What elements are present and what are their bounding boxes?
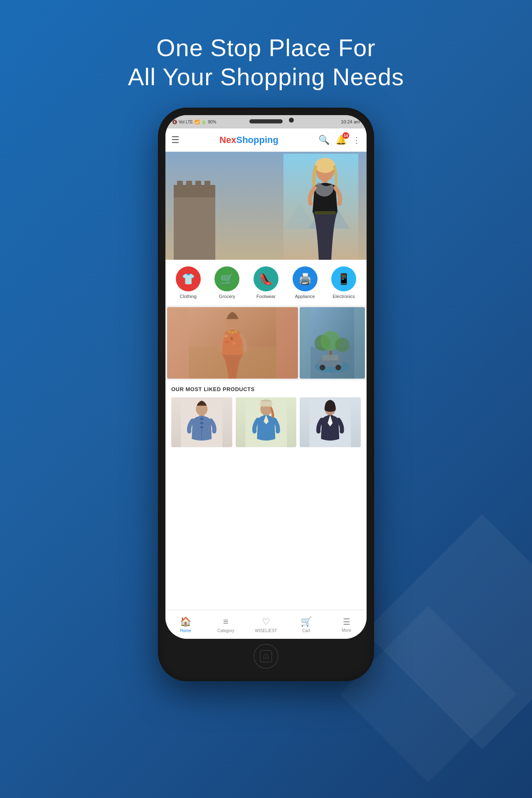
promo-right-image (300, 307, 365, 379)
nav-home[interactable]: 🏠 Home (165, 616, 206, 633)
status-left: 🔇 Vol LTE 📶 🔋 90% (172, 120, 216, 124)
category-electronics[interactable]: 📱 Electronics (331, 266, 356, 299)
svg-point-4 (315, 158, 335, 173)
promo-banner-right[interactable] (300, 307, 365, 379)
tagline: One Stop Place For All Your Shopping Nee… (128, 33, 404, 91)
hamburger-menu-icon[interactable]: ☰ (171, 135, 180, 145)
electronics-icon: 📱 (337, 273, 350, 286)
phone-home-button[interactable] (254, 644, 278, 669)
phone-frame: 🔇 Vol LTE 📶 🔋 90% 10:24 am ☰ NexShopping… (158, 108, 374, 681)
products-section: OUR MOST LIKED PRODUCTS (165, 380, 367, 610)
home-button-inner (260, 650, 272, 663)
svg-rect-6 (315, 211, 335, 214)
logo-nex: Nex (219, 135, 236, 145)
grocery-label: Grocery (219, 294, 235, 299)
product-card-2[interactable] (236, 397, 297, 447)
notification-bell-wrapper[interactable]: 🔔 14 (335, 135, 347, 145)
clothing-icon-bg: 👕 (176, 266, 201, 291)
promo-banner-left[interactable] (167, 307, 298, 379)
svg-rect-40 (260, 401, 272, 406)
footwear-label: Footwear (256, 294, 276, 299)
clothing-icon: 👕 (182, 273, 195, 286)
products-grid (171, 397, 361, 447)
search-icon[interactable]: 🔍 (318, 135, 330, 145)
category-footwear[interactable]: 👠 Footwear (254, 266, 278, 299)
svg-rect-34 (200, 418, 203, 420)
tagline-line2: All Your Shopping Needs (128, 63, 404, 90)
category-nav-label: Category (217, 628, 234, 633)
category-clothing[interactable]: 👕 Clothing (176, 266, 201, 299)
footwear-icon-bg: 👠 (254, 266, 278, 291)
nav-category[interactable]: ≡ Category (206, 616, 246, 633)
appliance-icon: 🖨️ (298, 273, 312, 286)
grocery-icon: 🛒 (220, 273, 234, 286)
hero-model-figure (283, 154, 358, 260)
nav-wiseliest[interactable]: ♡ WISELIEST (246, 616, 286, 633)
hero-tower-decoration (174, 185, 215, 260)
clothing-label: Clothing (180, 294, 197, 299)
svg-point-18 (234, 331, 237, 333)
electronics-label: Electronics (332, 294, 355, 299)
svg-point-17 (231, 331, 234, 334)
category-nav-icon: ≡ (223, 616, 229, 627)
svg-rect-36 (200, 426, 203, 428)
battery-icon: 🔋 (201, 120, 206, 124)
header-icons: 🔍 🔔 14 ⋮ (318, 135, 361, 145)
wiseliest-nav-icon: ♡ (262, 616, 270, 627)
phone-speaker (249, 119, 283, 123)
more-nav-label: More (342, 628, 351, 633)
svg-point-23 (335, 338, 349, 352)
home-nav-label: Home (180, 628, 191, 633)
battery-pct: 90% (208, 120, 216, 124)
nav-more[interactable]: ☰ More (326, 617, 367, 633)
product-card-1[interactable] (171, 397, 232, 447)
products-title: OUR MOST LIKED PRODUCTS (171, 386, 361, 392)
wifi-icon: 📶 (195, 120, 200, 124)
svg-rect-15 (232, 342, 236, 345)
cart-nav-icon: 🛒 (300, 616, 312, 627)
notification-badge: 14 (342, 132, 349, 139)
electronics-icon-bg: 📱 (331, 266, 356, 291)
mute-icon: 🔇 (172, 120, 177, 124)
svg-rect-35 (200, 422, 203, 424)
cart-nav-label: Cart (302, 628, 310, 633)
logo-shopping: Shopping (236, 135, 278, 145)
app-logo: NexShopping (184, 135, 314, 145)
appliance-label: Appliance (295, 294, 315, 299)
categories-section: 👕 Clothing 🛒 Grocery 👠 Footwear (165, 260, 367, 305)
signal-text: Vol LTE (179, 120, 193, 124)
grocery-icon-bg: 🛒 (214, 266, 239, 291)
nav-cart[interactable]: 🛒 Cart (286, 616, 326, 633)
more-nav-icon: ☰ (343, 617, 350, 627)
status-right: 10:24 am (341, 119, 360, 124)
home-button-icon (263, 653, 269, 660)
svg-point-28 (320, 365, 325, 370)
more-options-icon[interactable]: ⋮ (352, 135, 361, 145)
svg-rect-14 (225, 341, 229, 343)
time-display: 10:24 am (341, 119, 360, 124)
svg-rect-12 (231, 337, 233, 340)
home-nav-icon: 🏠 (180, 616, 191, 627)
svg-rect-27 (322, 355, 338, 360)
bottom-navigation: 🏠 Home ≡ Category ♡ WISELIEST 🛒 Cart ☰ M… (165, 610, 367, 639)
svg-point-29 (335, 365, 341, 370)
product-2-image (236, 397, 297, 447)
svg-point-16 (228, 331, 231, 333)
tagline-line1: One Stop Place For (156, 34, 375, 61)
appliance-icon-bg: 🖨️ (293, 266, 318, 291)
hero-banner (165, 152, 367, 260)
wiseliest-nav-label: WISELIEST (255, 628, 277, 633)
promo-grid (165, 305, 367, 380)
svg-rect-13 (236, 334, 239, 337)
promo-left-image (167, 307, 298, 379)
app-header: ☰ NexShopping 🔍 🔔 14 ⋮ (165, 128, 367, 152)
category-grocery[interactable]: 🛒 Grocery (214, 266, 239, 299)
category-appliance[interactable]: 🖨️ Appliance (293, 266, 318, 299)
product-3-image (300, 397, 361, 447)
phone-screen: 🔇 Vol LTE 📶 🔋 90% 10:24 am ☰ NexShopping… (165, 115, 367, 639)
footwear-icon: 👠 (259, 273, 273, 286)
product-1-image (171, 397, 232, 447)
product-card-3[interactable] (300, 397, 361, 447)
